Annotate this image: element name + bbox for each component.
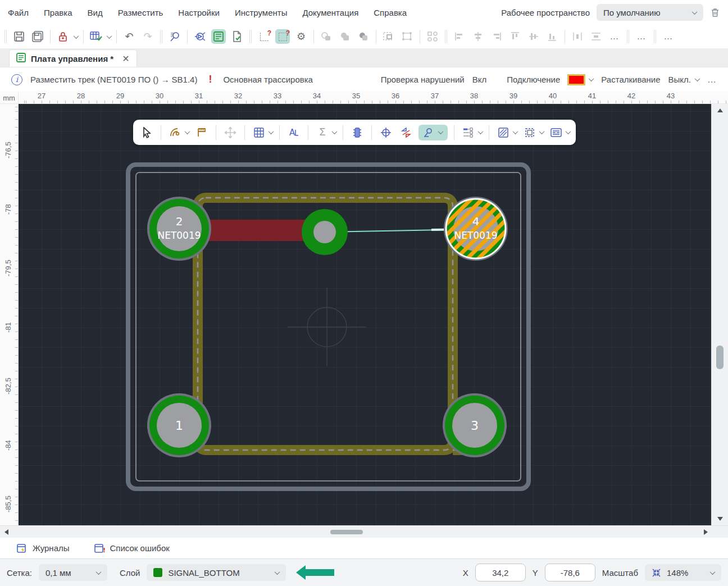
grid-tool-button[interactable] xyxy=(251,125,267,140)
menu-item[interactable]: Документация xyxy=(302,8,358,17)
route-tool-chevron-icon[interactable] xyxy=(185,129,190,134)
align-left-button[interactable] xyxy=(452,29,467,44)
workspace-select[interactable]: По умолчанию xyxy=(597,4,703,21)
ruler-h-number: 31 xyxy=(179,92,219,100)
table-check-button[interactable] xyxy=(89,29,103,44)
text-tool-button[interactable]: A xyxy=(286,125,302,140)
undo-button[interactable]: ↶ xyxy=(122,29,136,44)
save-all-button[interactable] xyxy=(30,29,45,44)
search-object-button[interactable] xyxy=(167,29,182,44)
net-options-chevron-icon[interactable] xyxy=(478,129,484,134)
pcb-canvas[interactable]: A Σ xyxy=(19,104,711,525)
pad-3[interactable]: 3 xyxy=(443,393,507,457)
via[interactable] xyxy=(302,209,348,255)
table-chevron-icon[interactable] xyxy=(107,33,112,39)
scroll-right-icon[interactable] xyxy=(704,529,708,535)
zoom-tool-chevron-icon[interactable] xyxy=(438,129,443,134)
scroll-up-icon[interactable] xyxy=(717,108,723,112)
save-button[interactable] xyxy=(12,29,26,44)
fill-mode-chevron-icon[interactable] xyxy=(513,129,518,134)
board-tab-icon xyxy=(16,53,26,65)
pad-1[interactable]: 1 xyxy=(147,393,211,457)
horizontal-scrollbar[interactable] xyxy=(0,525,728,538)
distribute-h-button[interactable] xyxy=(570,29,585,44)
fill-mode-button[interactable] xyxy=(495,125,511,140)
ruler-h-number: 42 xyxy=(612,92,651,100)
redo-button[interactable]: ↷ xyxy=(140,29,155,44)
workspace-label: Рабочее пространство xyxy=(501,8,590,17)
snap-grid-button[interactable]: ? xyxy=(275,29,290,44)
boolean-union-button[interactable] xyxy=(319,29,334,44)
distribute-v-button[interactable] xyxy=(589,29,603,44)
snap-settings-button[interactable]: ⚙ xyxy=(294,29,308,44)
lock-chevron-icon[interactable] xyxy=(74,33,79,39)
infobar-overflow-button[interactable]: … xyxy=(707,75,717,85)
vertical-scrollbar[interactable] xyxy=(711,104,728,525)
snap-axis-button[interactable]: ? xyxy=(257,29,271,44)
routing-mode-value[interactable]: Основная трассировка xyxy=(223,75,313,84)
grid-value: 0,1 мм xyxy=(46,568,71,578)
overflow-button-2[interactable]: … xyxy=(634,29,649,44)
zoom-to-track-button[interactable] xyxy=(418,125,448,140)
grid-select[interactable]: 0,1 мм xyxy=(39,564,107,581)
align-top-button[interactable] xyxy=(508,29,522,44)
scale-select[interactable]: 148% xyxy=(645,564,721,581)
boolean-merge-button[interactable] xyxy=(338,29,352,44)
panel-view-chevron-icon[interactable] xyxy=(566,129,571,134)
pad-4-highlighted[interactable]: 4 NET0019 xyxy=(444,197,508,261)
move-tool-button[interactable] xyxy=(222,125,238,140)
component-pins-button[interactable] xyxy=(349,125,365,140)
schematic-editor-button[interactable] xyxy=(193,29,207,44)
scroll-down-icon[interactable] xyxy=(717,517,723,521)
route-track-tool-button[interactable] xyxy=(167,125,183,140)
menu-item[interactable]: Инструменты xyxy=(235,8,288,17)
align-center-h-button[interactable] xyxy=(471,29,485,44)
layer-select[interactable]: SIGNAL_BOTTOM xyxy=(147,564,286,581)
menu-item[interactable]: Настройки xyxy=(178,8,220,17)
vertical-scroll-thumb[interactable] xyxy=(716,346,724,369)
align-bottom-button[interactable] xyxy=(545,29,559,44)
tab-board[interactable]: Плата управления * ✕ xyxy=(9,49,137,67)
panel-view-button[interactable] xyxy=(548,125,564,140)
overflow-button-3[interactable]: … xyxy=(661,29,676,44)
errors-panel-button[interactable]: ! Список ошибок xyxy=(94,543,170,553)
align-right-button[interactable] xyxy=(489,29,504,44)
push-select[interactable]: Выкл. xyxy=(668,75,699,84)
placement-array-button[interactable] xyxy=(425,29,440,44)
menu-item[interactable]: Разместить xyxy=(118,8,163,17)
menu-item[interactable]: Вид xyxy=(88,8,103,17)
lock-button[interactable] xyxy=(56,29,70,44)
measure-tool-button[interactable] xyxy=(194,125,210,140)
selection-filter-button[interactable] xyxy=(522,125,538,140)
align-middle-button[interactable] xyxy=(526,29,541,44)
hint-text: Разместить трек (NET0019 ПО () → SB1.4) xyxy=(30,75,197,84)
board-editor-button[interactable] xyxy=(211,29,226,44)
connection-color-select[interactable] xyxy=(568,75,593,85)
select-tool-button[interactable] xyxy=(139,125,154,140)
document-check-button[interactable] xyxy=(230,29,244,44)
trash-icon[interactable] xyxy=(710,7,720,17)
selection-filter-chevron-icon[interactable] xyxy=(539,129,545,134)
origin-marker xyxy=(288,288,366,366)
ungroup-button[interactable] xyxy=(400,29,415,44)
formula-tool-chevron-icon[interactable] xyxy=(332,129,338,134)
group-button[interactable] xyxy=(381,29,396,44)
menu-item[interactable]: Справка xyxy=(374,8,407,17)
snap-center-button[interactable] xyxy=(378,125,394,140)
align-overflow-button[interactable]: … xyxy=(607,29,622,44)
grid-tool-chevron-icon[interactable] xyxy=(269,129,274,134)
net-options-button[interactable] xyxy=(461,125,476,140)
x-coordinate-input[interactable]: 34,2 xyxy=(475,564,526,582)
tab-close-icon[interactable]: ✕ xyxy=(122,53,129,64)
flip-layer-button[interactable] xyxy=(398,125,414,140)
logs-panel-button[interactable]: Журналы xyxy=(17,543,70,553)
boolean-intersect-button[interactable] xyxy=(356,29,371,44)
violations-value[interactable]: Вкл xyxy=(472,75,487,84)
scroll-left-icon[interactable] xyxy=(4,529,8,535)
y-coordinate-input[interactable]: -78,6 xyxy=(545,564,595,582)
menu-item[interactable]: Файл xyxy=(8,8,29,17)
menu-item[interactable]: Правка xyxy=(44,8,72,17)
horizontal-scroll-thumb[interactable] xyxy=(330,530,363,534)
pad-2[interactable]: 2 NET0019 xyxy=(147,197,211,261)
formula-tool-button[interactable]: Σ xyxy=(315,125,330,140)
